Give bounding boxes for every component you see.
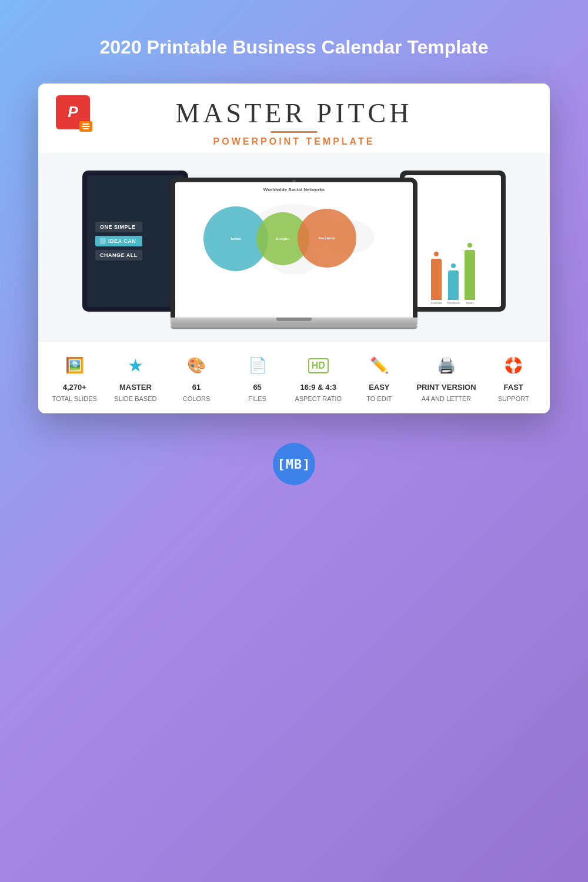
feature-sub-print: A4 AND LETTER bbox=[422, 395, 471, 403]
feature-icon-print: 🖨️ bbox=[433, 352, 460, 379]
mb-logo: [MB] bbox=[273, 443, 315, 485]
feature-sub-master: SLIDE BASED bbox=[114, 395, 156, 403]
ppt-icon-square bbox=[56, 95, 90, 129]
bar-group-1: Australia bbox=[430, 252, 442, 305]
feature-master: ★ MASTER SLIDE BASED bbox=[112, 352, 159, 403]
bar-group-2: Honduras bbox=[447, 263, 460, 305]
feature-sub-edit: TO EDIT bbox=[366, 395, 392, 403]
slide-content: Worldwide Social Networks T bbox=[175, 182, 413, 318]
feature-main-support: FAST bbox=[504, 383, 523, 392]
bubble-google-label: Google+ bbox=[276, 237, 290, 240]
feature-main-colors: 61 bbox=[192, 383, 201, 392]
feature-main-master: MASTER bbox=[119, 383, 152, 392]
tablet-screen: ONE SIMPLE IDEA CAN CHANGE ALL bbox=[87, 175, 183, 307]
feature-icon-slides: 🖼️ bbox=[61, 352, 88, 379]
slide-line-3: CHANGE ALL bbox=[95, 250, 142, 260]
feature-main-edit: EASY bbox=[369, 383, 389, 392]
bars-chart: Australia Honduras Spain bbox=[405, 201, 501, 306]
feature-icon-edit: ✏️ bbox=[366, 352, 393, 379]
slide-line-1: ONE SIMPLE bbox=[95, 222, 142, 232]
world-map-area: Twitter Google+ Facebook bbox=[180, 195, 408, 289]
bar-dot-2 bbox=[451, 263, 456, 268]
feature-icon-master: ★ bbox=[122, 352, 149, 379]
bubble-facebook-label: Facebook bbox=[319, 236, 335, 240]
ppt-icon bbox=[56, 95, 90, 129]
feature-files: 📄 65 FILES bbox=[234, 352, 281, 403]
ppt-icon-bars bbox=[79, 121, 92, 132]
feature-main-files: 65 bbox=[253, 383, 261, 392]
feature-icon-colors: 🎨 bbox=[183, 352, 210, 379]
feature-main-aspect: 16:9 & 4:3 bbox=[300, 383, 336, 392]
card-header: MASTER PITCH POWERPOINT TEMPLATE bbox=[38, 83, 550, 153]
laptop-device: Worldwide Social Networks T bbox=[171, 178, 417, 329]
template-subtitle: POWERPOINT TEMPLATE bbox=[176, 136, 413, 147]
bar-shape-3 bbox=[465, 250, 475, 300]
feature-edit: ✏️ EASY TO EDIT bbox=[356, 352, 403, 403]
feature-main-print: PRINT VERSION bbox=[416, 383, 476, 392]
hd-badge: HD bbox=[308, 358, 329, 373]
feature-sub-aspect: ASPECT RATIO bbox=[295, 395, 342, 403]
feature-icon-hd: HD bbox=[305, 352, 332, 379]
template-main-title: MASTER PITCH bbox=[176, 98, 413, 129]
slide-text-block: ONE SIMPLE IDEA CAN CHANGE ALL bbox=[93, 217, 145, 265]
laptop-screen-border: Worldwide Social Networks T bbox=[171, 178, 417, 318]
feature-main-slides: 4,270+ bbox=[63, 383, 86, 392]
bar-label-1: Australia bbox=[430, 301, 442, 305]
laptop-foot bbox=[171, 326, 417, 329]
bar-shape-2 bbox=[448, 270, 459, 300]
slide-line-2: IDEA CAN bbox=[95, 236, 142, 246]
bar-shape-1 bbox=[431, 259, 442, 300]
features-strip: 🖼️ 4,270+ TOTAL SLIDES ★ MASTER SLIDE BA… bbox=[38, 341, 550, 414]
feature-colors: 🎨 61 COLORS bbox=[173, 352, 220, 403]
feature-aspect: HD 16:9 & 4:3 ASPECT RATIO bbox=[295, 352, 342, 403]
feature-icon-support: 🛟 bbox=[500, 352, 527, 379]
feature-sub-colors: COLORS bbox=[183, 395, 210, 403]
feature-sub-files: FILES bbox=[248, 395, 266, 403]
feature-icon-files: 📄 bbox=[244, 352, 271, 379]
laptop-screen: Worldwide Social Networks T bbox=[175, 182, 413, 318]
feature-sub-support: SUPPORT bbox=[498, 395, 529, 403]
mockup-section: ONE SIMPLE IDEA CAN CHANGE ALL Worldwide… bbox=[38, 153, 550, 341]
bar-label-3: Spain bbox=[466, 301, 473, 305]
feature-support: 🛟 FAST SUPPORT bbox=[490, 352, 537, 403]
title-block: MASTER PITCH POWERPOINT TEMPLATE bbox=[176, 98, 413, 147]
feature-print: 🖨️ PRINT VERSION A4 AND LETTER bbox=[416, 352, 476, 403]
feature-sub-slides: TOTAL SLIDES bbox=[52, 395, 97, 403]
laptop-base bbox=[171, 318, 417, 326]
bubble-twitter-label: Twitter bbox=[230, 237, 241, 240]
bar-label-2: Honduras bbox=[447, 301, 460, 305]
bar-group-3: Spain bbox=[465, 243, 475, 305]
product-card: MASTER PITCH POWERPOINT TEMPLATE ONE SIM… bbox=[38, 83, 550, 414]
highlight-box bbox=[100, 238, 106, 244]
page-title: 2020 Printable Business Calendar Templat… bbox=[76, 0, 512, 83]
slide-chart-title: Worldwide Social Networks bbox=[180, 187, 408, 192]
bar-dot-1 bbox=[434, 252, 439, 256]
bubble-facebook: Facebook bbox=[298, 209, 356, 268]
right-device-screen: Australia Honduras Spain bbox=[405, 175, 501, 307]
mb-logo-wrap: [MB] bbox=[273, 443, 315, 485]
bar-dot-3 bbox=[467, 243, 472, 248]
feature-slides: 🖼️ 4,270+ TOTAL SLIDES bbox=[51, 352, 98, 403]
title-underline bbox=[270, 131, 318, 133]
